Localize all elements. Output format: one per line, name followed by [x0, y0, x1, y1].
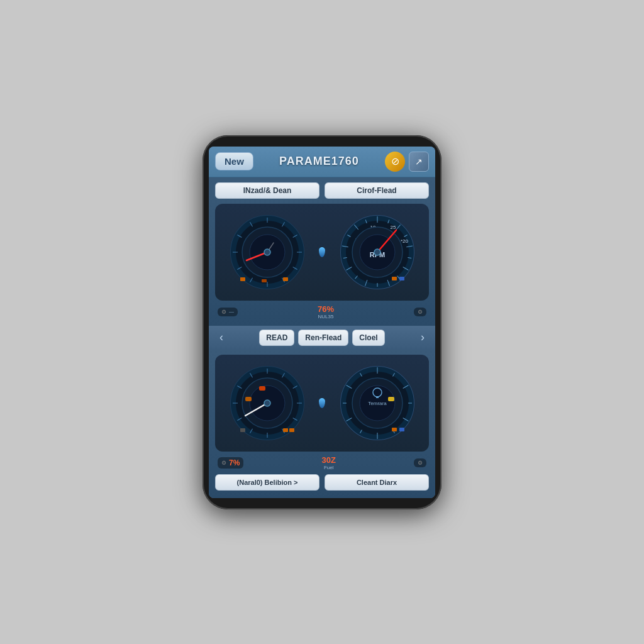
svg-point-18 [264, 249, 270, 255]
bottom-actions: (Naral0) Belibion > Cleant Diarx [215, 470, 429, 492]
compass-icon[interactable]: ⊘ [385, 152, 405, 172]
header-icons: ⊘ ↗ [385, 152, 429, 172]
phone-frame: New PARAME1760 ⊘ ↗ INzad/& Dean Cirof-Fl… [203, 135, 441, 509]
header: New PARAME1760 ⊘ ↗ [209, 147, 435, 177]
temp-gauge: Temrara [336, 362, 418, 444]
control-buttons: READ Ren-Flead Cloel [233, 330, 411, 346]
svg-rect-94 [388, 397, 394, 401]
right-bottom-indicator: ⚙ [414, 458, 426, 467]
right-gauge-bottom: Temrara [330, 362, 424, 444]
read-button[interactable]: READ [259, 330, 294, 346]
phone-screen: New PARAME1760 ⊘ ↗ INzad/& Dean Cirof-Fl… [209, 147, 435, 498]
svg-rect-74 [240, 428, 245, 432]
rpm-gauge: 2 60 10 25 *20 RPM [336, 211, 418, 293]
bottom-panel: Temrara [209, 350, 435, 498]
svg-text:25: 25 [390, 225, 396, 230]
svg-rect-52 [392, 277, 397, 280]
share-icon[interactable]: ↗ [409, 152, 429, 172]
new-button[interactable]: New [215, 152, 253, 170]
ren-flead-button[interactable]: Ren-Flead [298, 330, 348, 346]
speed2-gauge-svg [226, 362, 308, 444]
bottom-mini-bar: ⚙ 7% 30Z Fuel ⚙ [215, 455, 429, 470]
right-indicator-top: ⚙ [414, 308, 426, 316]
center-value-top: 76% NUL35 [318, 304, 334, 319]
svg-text:Temrara: Temrara [368, 401, 387, 406]
svg-point-73 [264, 400, 270, 406]
center-teardrop-bottom [319, 398, 325, 408]
top-mini-bar: ⚙ — 76% NUL35 ⚙ [215, 304, 429, 319]
cirof-flead-button[interactable]: Cirof-Flead [325, 182, 429, 199]
naral-belibion-button[interactable]: (Naral0) Belibion > [215, 474, 319, 491]
app-title: PARAME1760 [279, 155, 359, 168]
cloel-button[interactable]: Cloel [352, 330, 384, 346]
inzad-dean-button[interactable]: INzad/& Dean [215, 182, 319, 199]
svg-text:*20: *20 [400, 238, 408, 244]
svg-rect-53 [399, 277, 404, 280]
temp-gauge-svg: Temrara [336, 362, 418, 444]
svg-point-51 [374, 249, 380, 255]
left-gauge-bottom [220, 362, 314, 444]
svg-rect-70 [245, 397, 252, 401]
left-nav-arrow[interactable]: ‹ [214, 330, 229, 345]
top-gauges-panel: 2 60 10 25 *20 RPM [215, 204, 429, 301]
left-gauge-top [220, 211, 314, 293]
svg-rect-71 [259, 386, 265, 391]
top-buttons-row: INzad/& Dean Cirof-Flead [215, 182, 429, 199]
rpm-gauge-svg: 2 60 10 25 *20 RPM [336, 211, 418, 293]
bottom-gauges-panel: Temrara [215, 355, 429, 452]
cleant-diarx-button[interactable]: Cleant Diarx [325, 474, 429, 491]
svg-rect-96 [376, 396, 379, 398]
svg-rect-76 [289, 428, 294, 432]
left-bottom-indicator: ⚙ 7% [218, 457, 243, 469]
top-panel: INzad/& Dean Cirof-Flead [209, 177, 435, 326]
right-gauge-top: 2 60 10 25 *20 RPM [330, 211, 424, 293]
speed-gauge [226, 211, 308, 293]
left-indicator-top: ⚙ — [218, 308, 238, 316]
svg-rect-75 [283, 428, 288, 432]
svg-rect-97 [392, 428, 397, 431]
center-teardrop-top [319, 247, 325, 257]
speed2-gauge [226, 362, 308, 444]
svg-rect-21 [283, 277, 288, 281]
right-nav-arrow[interactable]: › [415, 330, 430, 345]
middle-controls: ‹ READ Ren-Flead Cloel › [209, 326, 435, 350]
speed-gauge-svg [226, 211, 308, 293]
svg-rect-98 [399, 428, 404, 431]
svg-rect-19 [240, 277, 245, 281]
svg-rect-20 [262, 279, 267, 282]
center-bottom-value: 30Z Fuel [321, 455, 335, 470]
